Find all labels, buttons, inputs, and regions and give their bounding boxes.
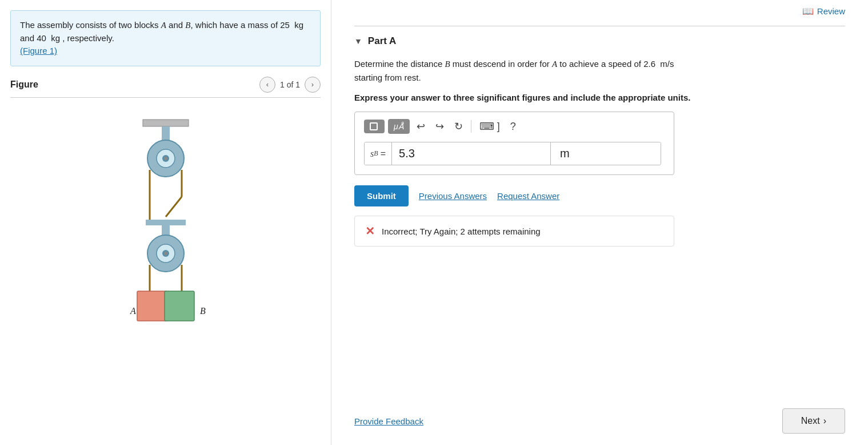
error-message: Incorrect; Try Again; 2 attempts remaini…: [382, 227, 541, 236]
page-indicator: 1 of 1: [280, 80, 300, 89]
svg-rect-9: [146, 220, 186, 225]
action-row: Submit Previous Answers Request Answer: [354, 185, 845, 206]
error-icon: ✕: [365, 224, 375, 238]
part-header: ▼ Part A: [354, 35, 845, 47]
review-link[interactable]: Review: [817, 6, 845, 16]
figure-header: Figure ‹ 1 of 1 ›: [10, 77, 321, 98]
svg-rect-17: [137, 291, 167, 321]
problem-text: The assembly consists of two blocks A an…: [20, 20, 303, 43]
request-answer-link[interactable]: Request Answer: [497, 191, 559, 201]
figure-section: Figure ‹ 1 of 1 ›: [10, 77, 321, 446]
submit-button[interactable]: Submit: [354, 185, 409, 206]
answer-label: sB =: [365, 142, 391, 165]
question-line2: starting from rest.: [354, 73, 421, 82]
part-collapse-btn[interactable]: ▼: [354, 37, 362, 46]
svg-rect-18: [165, 291, 194, 321]
next-label: Next: [801, 416, 820, 426]
question-instruction: Express your answer to three significant…: [354, 93, 845, 102]
error-box: ✕ Incorrect; Try Again; 2 attempts remai…: [354, 216, 674, 247]
pulley-figure: A B: [103, 108, 229, 337]
right-panel: 📖 Review ▼ Part A Determine the distance…: [331, 0, 868, 445]
next-arrow-icon: ›: [823, 416, 826, 426]
answer-unit-input[interactable]: [550, 142, 661, 165]
svg-rect-0: [143, 120, 189, 126]
block-b-label: B: [185, 21, 190, 30]
keyboard-btn[interactable]: ⌨ ]: [476, 119, 503, 134]
svg-line-8: [166, 197, 182, 217]
svg-text:A: A: [130, 306, 136, 316]
figure-next-btn[interactable]: ›: [305, 77, 321, 93]
toolbar-separator: [471, 120, 471, 133]
review-link-row: 📖 Review: [354, 6, 845, 17]
part-divider: [354, 26, 845, 26]
answer-box: μÅ̇ ↩ ↪ ↻ ⌨ ] ? sB =: [354, 112, 674, 175]
provide-feedback-link[interactable]: Provide Feedback: [354, 416, 423, 426]
var-a: A: [552, 59, 557, 69]
var-b: B: [445, 59, 450, 69]
question-text: Determine the distance B must descend in…: [354, 57, 845, 85]
svg-text:B: B: [200, 306, 206, 316]
svg-point-14: [164, 252, 167, 255]
left-panel: The assembly consists of two blocks A an…: [0, 0, 331, 445]
review-icon: 📖: [802, 6, 814, 17]
previous-answers-link[interactable]: Previous Answers: [419, 191, 487, 201]
figure-nav: ‹ 1 of 1 ›: [259, 77, 321, 93]
problem-text-box: The assembly consists of two blocks A an…: [10, 10, 321, 66]
undo-btn[interactable]: ↩: [413, 119, 429, 134]
answer-value-input[interactable]: [391, 142, 550, 165]
figure-image-area: A B: [10, 102, 321, 446]
redo-btn[interactable]: ↪: [432, 119, 447, 134]
symbol-toolbar-btn[interactable]: μÅ̇: [388, 119, 410, 134]
next-button[interactable]: Next ›: [782, 408, 845, 434]
bottom-row: Provide Feedback Next ›: [354, 403, 845, 434]
refresh-btn[interactable]: ↻: [451, 119, 466, 134]
part-label: Part A: [368, 35, 396, 47]
units-toolbar-btn[interactable]: [364, 120, 385, 133]
svg-point-5: [164, 157, 167, 160]
answer-input-row: sB =: [364, 142, 661, 165]
help-btn[interactable]: ?: [507, 120, 519, 134]
block-a-label: A: [161, 21, 166, 30]
figure-link[interactable]: (Figure 1): [20, 46, 57, 55]
figure-title: Figure: [10, 80, 259, 90]
figure-prev-btn[interactable]: ‹: [259, 77, 275, 93]
answer-toolbar: μÅ̇ ↩ ↪ ↻ ⌨ ] ?: [364, 119, 665, 134]
